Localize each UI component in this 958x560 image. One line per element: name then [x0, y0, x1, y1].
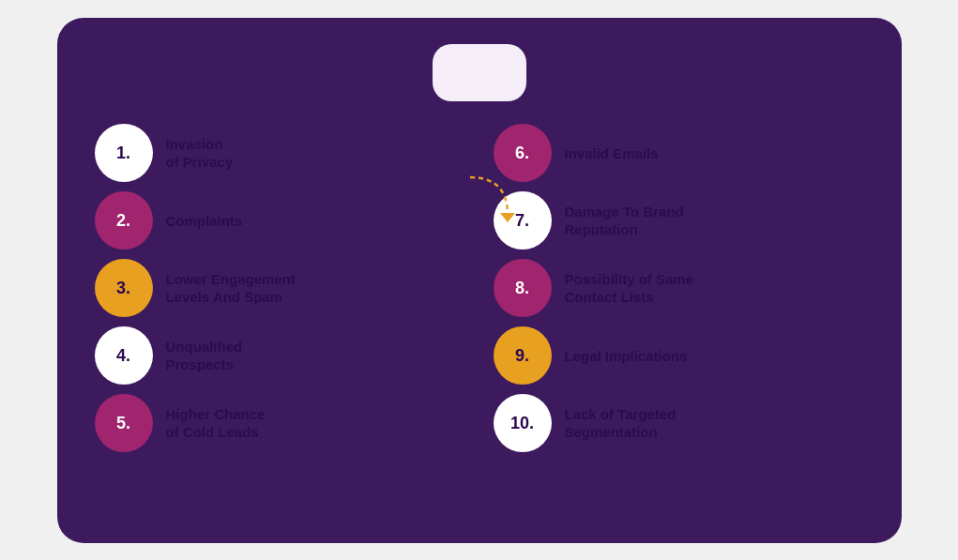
main-card: 1.Invasionof Privacy2.Complaints3.Lower …: [57, 18, 902, 543]
item-label: Legal Implications: [565, 347, 688, 366]
number-circle: 8.: [494, 259, 552, 317]
left-column: 1.Invasionof Privacy2.Complaints3.Lower …: [95, 124, 465, 452]
item-label: Higher Chanceof Cold Leads: [166, 405, 266, 442]
list-item: 2.Complaints: [95, 191, 465, 250]
item-label: Damage To BrandReputation: [565, 203, 684, 239]
title-box: [433, 44, 526, 102]
right-column: 6.Invalid Emails7.Damage To BrandReputat…: [494, 124, 864, 452]
item-label: Possibility of SameContact Lists: [565, 270, 694, 307]
number-circle: 1.: [95, 124, 153, 182]
item-label: Lower EngagementLevels And Spam: [166, 270, 296, 307]
item-label: UnqualifiedProspects: [166, 338, 243, 374]
dashed-arrow-decoration: [451, 168, 526, 243]
list-item: 9.Legal Implications: [494, 326, 864, 385]
list-item: 4.UnqualifiedProspects: [95, 326, 465, 385]
list-item: 6.Invalid Emails: [494, 124, 864, 182]
item-label: Invalid Emails: [565, 144, 659, 163]
item-label: Invasionof Privacy: [166, 135, 234, 172]
item-label: Lack of TargetedSegmentation: [565, 405, 677, 442]
number-circle: 4.: [95, 326, 153, 385]
number-circle: 2.: [95, 191, 153, 250]
list-item: 1.Invasionof Privacy: [95, 124, 465, 182]
list-item: 3.Lower EngagementLevels And Spam: [95, 259, 465, 317]
item-label: Complaints: [166, 212, 243, 231]
list-item: 8.Possibility of SameContact Lists: [494, 259, 864, 317]
list-item: 10.Lack of TargetedSegmentation: [494, 394, 864, 452]
number-circle: 10.: [494, 394, 552, 452]
list-item: 5.Higher Chanceof Cold Leads: [95, 394, 465, 452]
number-circle: 9.: [494, 326, 552, 385]
number-circle: 5.: [95, 394, 153, 452]
number-circle: 3.: [95, 259, 153, 317]
svg-marker-0: [500, 213, 515, 222]
list-item: 7.Damage To BrandReputation: [494, 191, 864, 250]
